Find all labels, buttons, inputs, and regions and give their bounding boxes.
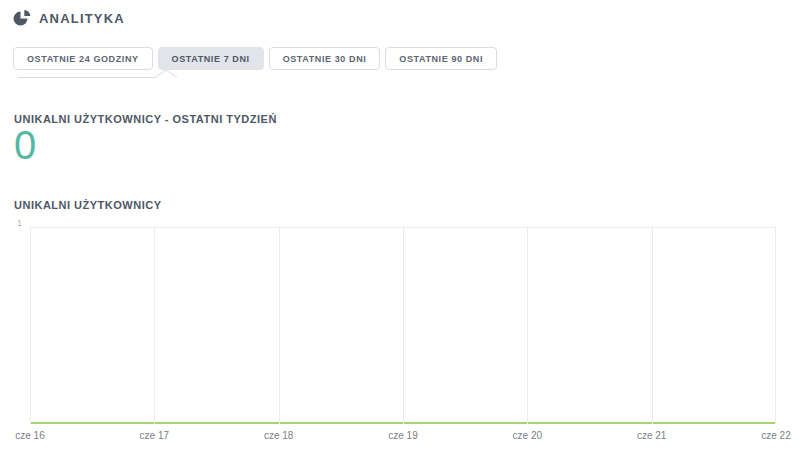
stat-label: UNIKALNI UŻYTKOWNICY - OSTATNI TYDZIEŃ — [14, 113, 277, 125]
y-axis-tick-label: 1 — [0, 218, 22, 228]
filter-button-last-90-days[interactable]: OSTATNIE 90 DNI — [385, 47, 497, 70]
chart-gridline — [775, 228, 776, 424]
x-axis-label: cze 20 — [513, 430, 542, 441]
time-range-filter-group: OSTATNIE 24 GODZINY OSTATNIE 7 DNI OSTAT… — [13, 47, 497, 70]
x-axis-label: cze 17 — [140, 430, 169, 441]
x-axis-label: cze 21 — [637, 430, 666, 441]
pie-chart-icon — [13, 9, 31, 27]
x-axis-label: cze 18 — [264, 430, 293, 441]
x-axis-label: cze 19 — [388, 430, 417, 441]
page-title: ANALITYKA — [39, 11, 125, 26]
filter-button-last-7-days[interactable]: OSTATNIE 7 DNI — [158, 47, 264, 70]
filter-button-last-30-days[interactable]: OSTATNIE 30 DNI — [269, 47, 381, 70]
x-axis-label: cze 16 — [15, 430, 44, 441]
active-filter-notch-line — [18, 68, 218, 80]
stat-value: 0 — [14, 124, 36, 166]
chart-title: UNIKALNI UŻYTKOWNICY — [14, 199, 162, 211]
chart-gridline — [403, 228, 404, 424]
chart-gridline — [30, 228, 31, 424]
filter-button-last-24-hours[interactable]: OSTATNIE 24 GODZINY — [13, 47, 153, 70]
x-axis-labels: cze 16cze 17cze 18cze 19cze 20cze 21cze … — [30, 430, 776, 444]
chart-gridline — [527, 228, 528, 424]
chart-gridline — [279, 228, 280, 424]
chart-gridline — [154, 228, 155, 424]
x-axis-label: cze 22 — [761, 430, 790, 441]
app-header: ANALITYKA — [13, 9, 125, 27]
chart-plot-area — [30, 227, 776, 424]
chart-gridline — [652, 228, 653, 424]
